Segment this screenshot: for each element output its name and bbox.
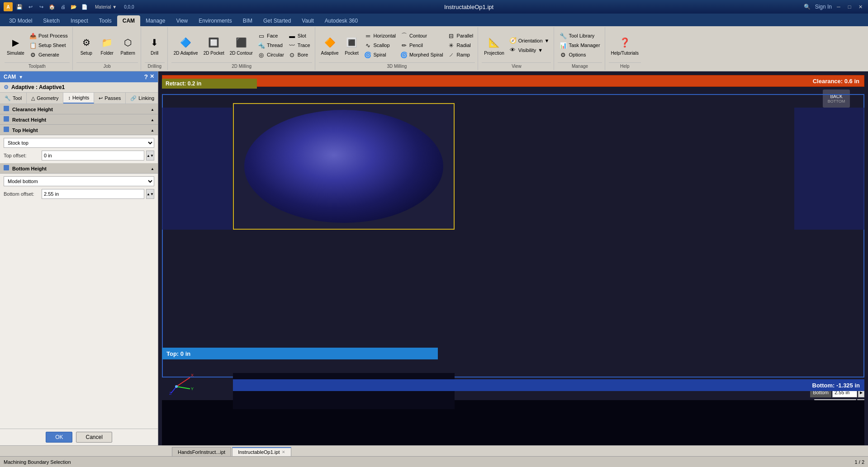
- retract-bar: Retract: 0.2 in: [162, 79, 257, 89]
- save-btn[interactable]: 💾: [14, 2, 24, 12]
- top-offset-row: Top offset: ▲▼: [4, 151, 154, 160]
- tool-library-button[interactable]: 🔧 Tool Library: [558, 31, 602, 40]
- tab-cam[interactable]: CAM: [117, 15, 140, 26]
- bottom-height-section[interactable]: Bottom Height: [0, 163, 158, 174]
- bottom-tab-0[interactable]: HandsForInstruct...ipt: [172, 447, 231, 456]
- panel-tab-passes[interactable]: ↩ Passes: [94, 93, 126, 104]
- folder-button[interactable]: 📁 Folder: [97, 34, 117, 57]
- tab-manage[interactable]: Manage: [140, 15, 171, 26]
- clearance-collapse-btn[interactable]: [151, 106, 154, 112]
- drilling-items: ⬇ Drill: [145, 28, 165, 62]
- cancel-button[interactable]: Cancel: [76, 432, 112, 443]
- redo-btn[interactable]: ↪: [36, 2, 46, 12]
- ribbon-group-toolpath: ▶ Simulate 📤 Post Process 📋 Setup Sheet …: [2, 27, 73, 70]
- circular-button[interactable]: ◎ Circular: [256, 50, 286, 59]
- open-btn[interactable]: 📂: [69, 2, 79, 12]
- scallop-button[interactable]: ∿ Scallop: [362, 41, 398, 50]
- clearance-height-section[interactable]: Clearance Height: [0, 104, 158, 114]
- ramp-button[interactable]: ⟋ Ramp: [446, 50, 475, 59]
- 2d-contour-button[interactable]: ⬛ 2D Contour: [228, 34, 255, 57]
- 2d-pocket-button[interactable]: 🔲 2D Pocket: [201, 34, 227, 57]
- projection-button[interactable]: 📐 Projection: [482, 34, 506, 57]
- setup-sheet-button[interactable]: 📋 Setup Sheet: [28, 41, 70, 50]
- task-manager-button[interactable]: 📊 Task Manager: [558, 41, 602, 50]
- radial-button[interactable]: ✳ Radial: [446, 41, 475, 50]
- axes-indicator: X Y Z: [167, 368, 194, 396]
- tab-view[interactable]: View: [171, 15, 193, 26]
- adaptive-3d-button[interactable]: 🔶 Adaptive: [319, 34, 341, 57]
- home-btn[interactable]: 🏠: [47, 2, 57, 12]
- tab-3dmodel[interactable]: 3D Model: [4, 15, 38, 26]
- tab-bim[interactable]: BIM: [237, 15, 258, 26]
- tab-inspect[interactable]: Inspect: [65, 15, 94, 26]
- horizontal-button[interactable]: ═ Horizontal: [362, 31, 398, 40]
- panel-tab-heights[interactable]: ↕ Heights: [63, 93, 94, 104]
- 2d-milling-group-label: 2D Milling: [171, 62, 312, 69]
- bottom-tab-1-close[interactable]: ✕: [282, 450, 285, 454]
- retract-height-section[interactable]: Retract Height: [0, 114, 158, 125]
- trace-button[interactable]: 〰 Trace: [287, 41, 312, 50]
- bottom-tab-1[interactable]: InstructableOp1.ipt ✕: [232, 447, 291, 456]
- bottom-height-collapse-btn[interactable]: [151, 165, 154, 171]
- maximize-btn[interactable]: □: [845, 3, 854, 11]
- tab-get-started[interactable]: Get Started: [258, 15, 296, 26]
- tab-vault[interactable]: Vault: [296, 15, 319, 26]
- panel-tab-linking[interactable]: 🔗 Linking: [126, 93, 159, 104]
- tab-sketch[interactable]: Sketch: [38, 15, 65, 26]
- minimize-btn[interactable]: ─: [835, 3, 843, 11]
- panel-tab-tool[interactable]: 🔧 Tool: [0, 93, 27, 104]
- top-offset-label: Top offset:: [4, 153, 40, 158]
- bottom-offset-spinner[interactable]: ▲▼: [146, 189, 154, 199]
- visibility-button[interactable]: 👁 Visibility ▼: [508, 46, 551, 55]
- retract-collapse-btn[interactable]: [151, 117, 154, 122]
- drill-button[interactable]: ⬇ Drill: [145, 34, 165, 57]
- new-btn[interactable]: 📄: [80, 2, 90, 12]
- close-btn[interactable]: ✕: [856, 3, 864, 11]
- tab-tools[interactable]: Tools: [94, 15, 117, 26]
- top-offset-input[interactable]: [42, 151, 144, 160]
- morphed-spiral-button[interactable]: 🌀 Morphed Spiral: [398, 50, 445, 59]
- top-height-collapse-btn[interactable]: [151, 127, 154, 132]
- pencil-button[interactable]: ✏ Pencil: [398, 41, 445, 50]
- panel-tabs: 🔧 Tool △ Geometry ↕ Heights ↩ Passes 🔗 L…: [0, 93, 158, 104]
- viewport: Clearance: 0.6 in Retract: 0.2 in Top: 0…: [158, 71, 868, 445]
- bottom-height-mode-select[interactable]: Model bottom: [4, 176, 154, 186]
- top-offset-spinner[interactable]: ▲▼: [146, 151, 154, 160]
- spiral-button[interactable]: 🌀 Spiral: [362, 50, 398, 59]
- print-btn[interactable]: 🖨: [58, 2, 68, 12]
- top-height-section[interactable]: Top Height: [0, 125, 158, 135]
- 2d-adaptive-button[interactable]: 🔷 2D Adaptive: [171, 34, 200, 57]
- generate-button[interactable]: ⚙ Generate: [28, 50, 70, 59]
- options-button[interactable]: ⚙ Options: [558, 50, 602, 59]
- orientation-button[interactable]: 🧭 Orientation ▼: [508, 36, 551, 45]
- thread-button[interactable]: 🔩 Thread: [256, 41, 286, 50]
- simulate-button[interactable]: ▶ Simulate: [5, 34, 27, 57]
- panel-close-btn[interactable]: ✕: [150, 73, 154, 80]
- contour-3d-button[interactable]: ⌒ Contour: [398, 31, 445, 40]
- help-tutorials-button[interactable]: ❓ Help/Tutorials: [609, 34, 641, 57]
- ribbon-group-view: 📐 Projection 🧭 Orientation ▼ 👁 Visibilit…: [479, 27, 554, 70]
- heights-tab-icon: ↕: [68, 95, 71, 100]
- top-height-mode-select[interactable]: Stock top: [4, 138, 154, 148]
- undo-btn[interactable]: ↩: [25, 2, 35, 12]
- tab-environments[interactable]: Environments: [193, 15, 237, 26]
- panel-tab-geometry[interactable]: △ Geometry: [27, 93, 63, 104]
- bottom-tabs: HandsForInstruct...ipt InstructableOp1.i…: [0, 445, 868, 456]
- bottom-offset-input[interactable]: [42, 189, 144, 199]
- ok-button[interactable]: OK: [46, 432, 72, 443]
- pocket-3d-button[interactable]: 🔳 Pocket: [342, 34, 361, 57]
- parallel-button[interactable]: ⊟ Parallel: [446, 31, 475, 40]
- generate-icon: ⚙: [29, 51, 37, 58]
- post-process-button[interactable]: 📤 Post Process: [28, 31, 70, 40]
- 3d-milling-items: 🔶 Adaptive 🔳 Pocket ═ Horizontal ∿ Scall…: [319, 28, 475, 62]
- 2d-col1: ▭ Face 🔩 Thread ◎ Circular: [256, 31, 286, 59]
- bore-button[interactable]: ⊙ Bore: [287, 50, 312, 59]
- panel-help-btn[interactable]: ?: [144, 73, 148, 80]
- pattern-button[interactable]: ⬡ Pattern: [118, 34, 138, 57]
- slot-button[interactable]: ▬ Slot: [287, 31, 312, 40]
- ribbon-group-2d-milling: 🔷 2D Adaptive 🔲 2D Pocket ⬛ 2D Contour ▭…: [169, 27, 315, 70]
- setup-button[interactable]: ⚙ Setup: [76, 34, 96, 57]
- face-button[interactable]: ▭ Face: [256, 31, 286, 40]
- folder-icon: 📁: [100, 35, 114, 50]
- tab-autodesk360[interactable]: Autodesk 360: [319, 15, 363, 26]
